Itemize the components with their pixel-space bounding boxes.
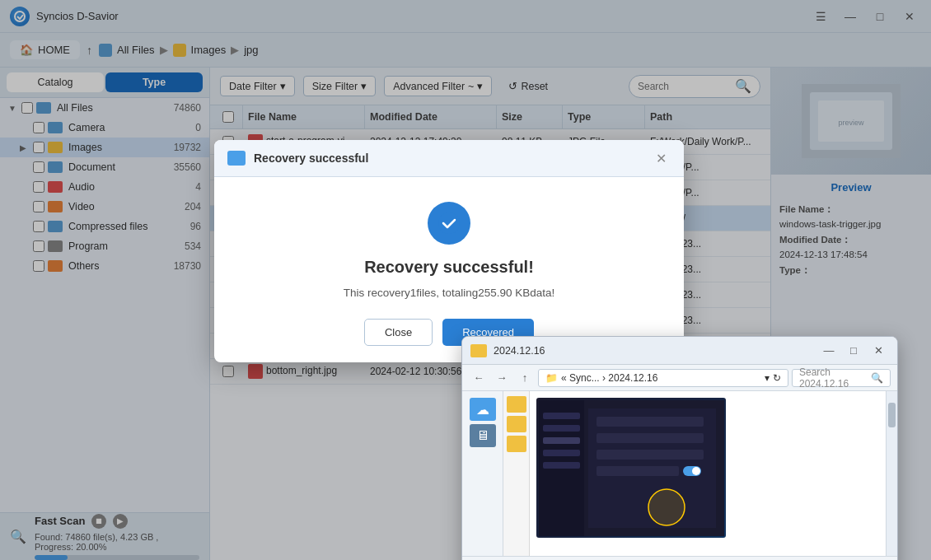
explorer-sidebar: ☁ 🖥 xyxy=(462,391,503,556)
file-preview-content xyxy=(536,398,726,538)
dialog-success-text: Recovery successful! xyxy=(231,258,667,277)
explorer-search-bar[interactable]: Search 2024.12.16 🔍 xyxy=(792,369,891,387)
svg-rect-15 xyxy=(596,433,704,443)
explorer-folder-list xyxy=(503,391,530,556)
dialog-sub-text: This recovery1files, totaling255.90 KBda… xyxy=(231,287,667,299)
path-text: « Sync... › 2024.12.16 xyxy=(561,372,657,384)
svg-rect-9 xyxy=(543,425,580,432)
explorer-body: ☁ 🖥 xyxy=(462,391,897,556)
explorer-forward-btn[interactable]: → xyxy=(492,369,512,387)
dialog-header: Recovery successful ✕ xyxy=(214,140,684,177)
explorer-back-btn[interactable]: ← xyxy=(469,369,489,387)
dialog-title: Recovery successful xyxy=(254,152,643,165)
dialog-close-button[interactable]: ✕ xyxy=(651,148,671,168)
path-folder-icon: 📁 xyxy=(545,372,558,384)
svg-rect-8 xyxy=(543,413,580,419)
explorer-scrollbar[interactable] xyxy=(886,391,897,556)
close-dialog-button[interactable]: Close xyxy=(364,319,433,346)
svg-rect-16 xyxy=(596,450,704,460)
svg-rect-11 xyxy=(543,450,580,456)
path-chevron: ▾ xyxy=(765,372,770,384)
file-preview-thumb[interactable] xyxy=(536,398,726,538)
dialog-body: Recovery successful! This recovery1files… xyxy=(214,177,684,362)
svg-rect-17 xyxy=(596,466,679,476)
cloud-icon[interactable]: ☁ xyxy=(470,398,496,421)
dialog-folder-icon xyxy=(227,151,246,166)
explorer-path-bar[interactable]: 📁 « Sync... › 2024.12.16 ▾ ↻ xyxy=(538,369,788,387)
explorer-search-label: Search 2024.12.16 xyxy=(799,366,868,390)
explorer-maximize-btn[interactable]: □ xyxy=(843,343,864,359)
explorer-title: 2024.12.16 xyxy=(494,345,812,357)
explorer-search-icon: 🔍 xyxy=(871,372,883,384)
svg-point-20 xyxy=(648,489,685,525)
recovery-dialog: Recovery successful ✕ Recovery successfu… xyxy=(214,140,684,362)
folder-mini-2[interactable] xyxy=(507,416,526,432)
explorer-footer: 1 item ⊞ ☰ xyxy=(462,556,897,560)
explorer-dialog: 2024.12.16 — □ ✕ ← → ↑ 📁 « Sync... › 202… xyxy=(461,336,898,560)
svg-rect-14 xyxy=(596,417,704,427)
scrollbar-thumb[interactable] xyxy=(888,403,896,427)
explorer-titlebar: 2024.12.16 — □ ✕ xyxy=(462,337,897,365)
explorer-up-btn[interactable]: ↑ xyxy=(515,369,535,387)
explorer-file-view xyxy=(530,391,886,556)
svg-rect-12 xyxy=(543,462,580,469)
path-refresh-icon[interactable]: ↻ xyxy=(773,372,781,384)
success-icon xyxy=(428,202,470,245)
svg-point-5 xyxy=(438,212,460,234)
svg-rect-10 xyxy=(543,437,580,444)
svg-point-19 xyxy=(692,467,700,475)
explorer-folder-icon xyxy=(470,344,487,357)
explorer-minimize-btn[interactable]: — xyxy=(818,343,840,359)
explorer-navbar: ← → ↑ 📁 « Sync... › 2024.12.16 ▾ ↻ Searc… xyxy=(462,365,897,391)
folder-mini-1[interactable] xyxy=(507,396,526,413)
explorer-close-btn[interactable]: ✕ xyxy=(868,343,889,359)
folder-mini-3[interactable] xyxy=(507,436,526,452)
explorer-controls: — □ ✕ xyxy=(818,343,889,359)
pc-icon[interactable]: 🖥 xyxy=(470,424,496,447)
